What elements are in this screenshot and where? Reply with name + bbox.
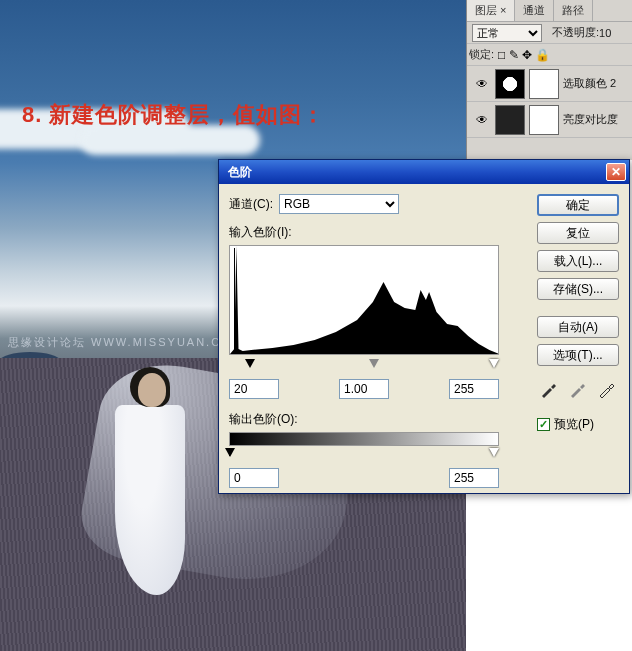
black-point-slider[interactable] [245,359,255,368]
lock-label: 锁定: [469,47,494,62]
opacity-label: 不透明度: [552,25,599,40]
eyedropper-gray-icon[interactable] [567,378,589,400]
histogram-curve [230,245,499,354]
tab-paths[interactable]: 路径 [554,0,593,21]
eyedropper-black-icon[interactable] [538,378,560,400]
channel-label: 通道(C): [229,196,273,213]
layer-name[interactable]: 亮度对比度 [563,112,618,127]
auto-button[interactable]: 自动(A) [537,316,619,338]
layers-panel: 图层 × 通道 路径 正常 不透明度: 10 锁定: □ ✎ ✥ 🔒 👁 选取颜… [466,0,632,160]
panel-tabs: 图层 × 通道 路径 [467,0,632,22]
save-button[interactable]: 存储(S)... [537,278,619,300]
layer-row[interactable]: 👁 选取颜色 2 [467,66,632,102]
layer-mask-thumb[interactable] [529,69,559,99]
layer-thumb[interactable] [495,69,525,99]
layer-mask-thumb[interactable] [529,105,559,135]
lock-row: 锁定: □ ✎ ✥ 🔒 [467,44,632,66]
head [138,373,166,407]
preview-checkbox[interactable]: ✓ [537,418,550,431]
eyedroppers [537,378,619,400]
output-slider-track[interactable] [229,448,499,462]
input-black-field[interactable] [229,379,279,399]
blend-row: 正常 不透明度: 10 [467,22,632,44]
instruction-text: 8. 新建色阶调整层，值如图： [22,100,325,130]
input-gamma-field[interactable] [339,379,389,399]
layer-name[interactable]: 选取颜色 2 [563,76,616,91]
histogram [229,245,499,355]
input-white-field[interactable] [449,379,499,399]
output-white-field[interactable] [449,468,499,488]
dress [115,405,185,595]
white-point-slider[interactable] [489,359,499,368]
dialog-titlebar[interactable]: 色阶 ✕ [219,160,629,184]
output-levels-label: 输出色阶(O): [229,411,527,428]
visibility-icon[interactable]: 👁 [472,110,492,130]
output-black-slider[interactable] [225,448,235,457]
visibility-icon[interactable]: 👁 [472,74,492,94]
output-black-field[interactable] [229,468,279,488]
tab-layers[interactable]: 图层 × [467,0,515,21]
tab-channels[interactable]: 通道 [515,0,554,21]
gamma-slider[interactable] [369,359,379,368]
input-levels-label: 输入色阶(I): [229,224,527,241]
layer-row[interactable]: 👁 亮度对比度 [467,102,632,138]
channel-select[interactable]: RGB [279,194,399,214]
reset-button[interactable]: 复位 [537,222,619,244]
options-button[interactable]: 选项(T)... [537,344,619,366]
levels-dialog: 色阶 ✕ 通道(C): RGB 输入色阶(I): 输出色阶 [218,159,630,494]
output-gradient [229,432,499,446]
eyedropper-white-icon[interactable] [596,378,618,400]
opacity-value[interactable]: 10 [599,27,611,39]
preview-label: 预览(P) [554,416,594,433]
layer-thumb[interactable] [495,105,525,135]
blend-mode-select[interactable]: 正常 [472,24,542,42]
watermark-text: 思缘设计论坛 WWW.MISSYUAN.COM [8,335,243,350]
bride-figure [60,345,180,605]
input-slider-track[interactable] [229,359,499,373]
dialog-title: 色阶 [222,164,252,181]
close-button[interactable]: ✕ [606,163,626,181]
ok-button[interactable]: 确定 [537,194,619,216]
load-button[interactable]: 载入(L)... [537,250,619,272]
output-white-slider[interactable] [489,448,499,457]
